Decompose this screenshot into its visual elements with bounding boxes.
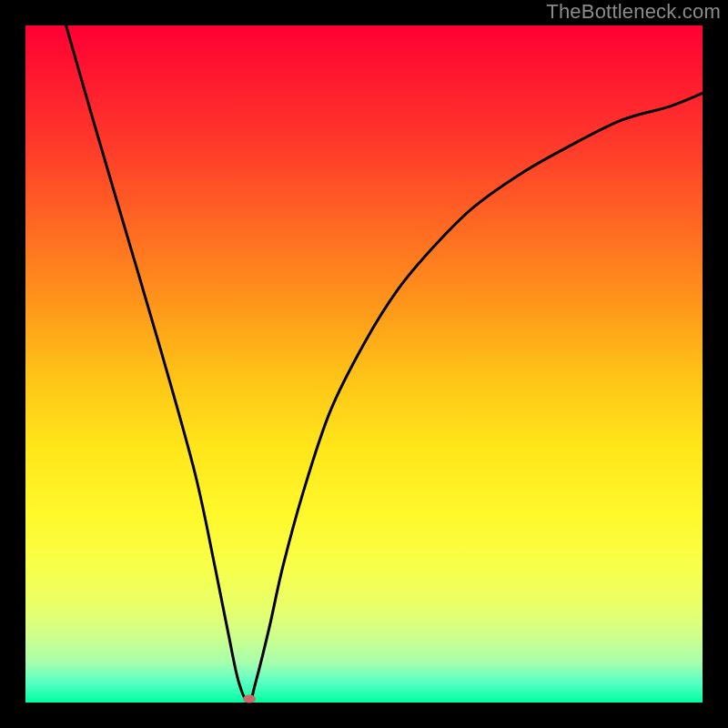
bottleneck-curve [25,25,703,703]
minimum-marker-icon [243,695,256,703]
chart-frame: TheBottleneck.com [0,0,728,728]
watermark-text: TheBottleneck.com [546,0,721,24]
plot-area [25,25,703,703]
